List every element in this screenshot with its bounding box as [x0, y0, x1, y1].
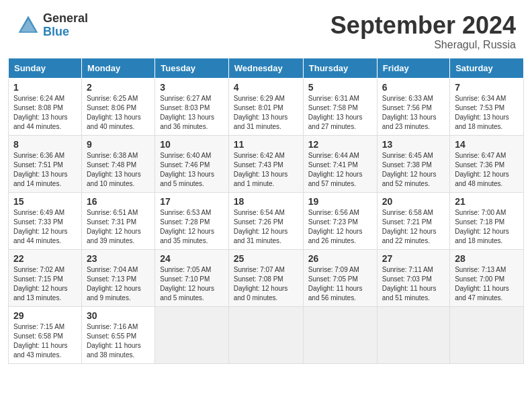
day-info: Sunrise: 6:29 AMSunset: 8:01 PMDaylight:…	[234, 94, 298, 132]
day-cell: 27Sunrise: 7:11 AMSunset: 7:03 PMDayligh…	[377, 249, 449, 306]
day-cell: 25Sunrise: 7:07 AMSunset: 7:08 PMDayligh…	[228, 249, 303, 306]
day-number: 4	[234, 82, 298, 93]
day-number: 22	[13, 253, 77, 264]
logo-general: General	[43, 12, 88, 26]
day-cell: 20Sunrise: 6:58 AMSunset: 7:21 PMDayligh…	[377, 192, 449, 249]
day-cell: 29Sunrise: 7:15 AMSunset: 6:58 PMDayligh…	[9, 306, 82, 363]
weekday-header-row: SundayMondayTuesdayWednesdayThursdayFrid…	[9, 58, 524, 78]
day-info: Sunrise: 7:09 AMSunset: 7:05 PMDaylight:…	[308, 265, 372, 303]
logo: General Blue	[16, 12, 88, 39]
day-info: Sunrise: 6:47 AMSunset: 7:36 PMDaylight:…	[455, 151, 519, 189]
weekday-header-monday: Monday	[82, 58, 155, 78]
day-cell: 18Sunrise: 6:54 AMSunset: 7:26 PMDayligh…	[228, 192, 303, 249]
day-number: 5	[308, 82, 372, 93]
weekday-header-sunday: Sunday	[9, 58, 82, 78]
weekday-header-friday: Friday	[377, 58, 449, 78]
day-info: Sunrise: 7:07 AMSunset: 7:08 PMDaylight:…	[234, 265, 298, 303]
day-number: 13	[382, 139, 445, 150]
day-info: Sunrise: 6:38 AMSunset: 7:48 PMDaylight:…	[87, 151, 150, 189]
day-number: 14	[455, 139, 519, 150]
day-cell	[303, 306, 377, 363]
day-number: 23	[87, 253, 150, 264]
weekday-header-tuesday: Tuesday	[155, 58, 228, 78]
logo-text: General Blue	[43, 12, 88, 39]
day-number: 19	[308, 196, 372, 207]
week-row-3: 15Sunrise: 6:49 AMSunset: 7:33 PMDayligh…	[9, 192, 524, 249]
week-row-1: 1Sunrise: 6:24 AMSunset: 8:08 PMDaylight…	[9, 78, 524, 135]
day-number: 27	[382, 253, 445, 264]
day-cell: 5Sunrise: 6:31 AMSunset: 7:58 PMDaylight…	[303, 78, 377, 135]
week-row-5: 29Sunrise: 7:15 AMSunset: 6:58 PMDayligh…	[9, 306, 524, 363]
day-cell: 19Sunrise: 6:56 AMSunset: 7:23 PMDayligh…	[303, 192, 377, 249]
day-info: Sunrise: 6:33 AMSunset: 7:56 PMDaylight:…	[382, 94, 445, 132]
day-info: Sunrise: 7:05 AMSunset: 7:10 PMDaylight:…	[160, 265, 223, 303]
day-info: Sunrise: 6:44 AMSunset: 7:41 PMDaylight:…	[308, 151, 372, 189]
day-number: 30	[87, 310, 150, 321]
day-cell: 3Sunrise: 6:27 AMSunset: 8:03 PMDaylight…	[155, 78, 228, 135]
day-cell: 10Sunrise: 6:40 AMSunset: 7:46 PMDayligh…	[155, 135, 228, 192]
day-info: Sunrise: 6:40 AMSunset: 7:46 PMDaylight:…	[160, 151, 223, 189]
day-number: 25	[234, 253, 298, 264]
day-cell: 15Sunrise: 6:49 AMSunset: 7:33 PMDayligh…	[9, 192, 82, 249]
day-cell	[228, 306, 303, 363]
day-cell	[155, 306, 228, 363]
month-title: September 2024	[330, 12, 516, 39]
day-cell: 1Sunrise: 6:24 AMSunset: 8:08 PMDaylight…	[9, 78, 82, 135]
day-number: 29	[13, 310, 77, 321]
day-number: 10	[160, 139, 223, 150]
day-info: Sunrise: 6:25 AMSunset: 8:06 PMDaylight:…	[87, 94, 150, 132]
day-number: 26	[308, 253, 372, 264]
day-number: 11	[234, 139, 298, 150]
day-cell: 22Sunrise: 7:02 AMSunset: 7:15 PMDayligh…	[9, 249, 82, 306]
logo-icon	[16, 13, 40, 38]
day-info: Sunrise: 6:54 AMSunset: 7:26 PMDaylight:…	[234, 208, 298, 246]
day-cell	[450, 306, 524, 363]
day-number: 24	[160, 253, 223, 264]
day-cell: 9Sunrise: 6:38 AMSunset: 7:48 PMDaylight…	[82, 135, 155, 192]
day-cell: 23Sunrise: 7:04 AMSunset: 7:13 PMDayligh…	[82, 249, 155, 306]
day-number: 18	[234, 196, 298, 207]
day-info: Sunrise: 7:02 AMSunset: 7:15 PMDaylight:…	[13, 265, 77, 303]
day-cell: 4Sunrise: 6:29 AMSunset: 8:01 PMDaylight…	[228, 78, 303, 135]
day-cell: 17Sunrise: 6:53 AMSunset: 7:28 PMDayligh…	[155, 192, 228, 249]
day-number: 15	[13, 196, 77, 207]
day-number: 6	[382, 82, 445, 93]
day-number: 17	[160, 196, 223, 207]
day-info: Sunrise: 6:27 AMSunset: 8:03 PMDaylight:…	[160, 94, 223, 132]
day-number: 28	[455, 253, 519, 264]
day-info: Sunrise: 6:42 AMSunset: 7:43 PMDaylight:…	[234, 151, 298, 189]
day-number: 9	[87, 139, 150, 150]
day-number: 7	[455, 82, 519, 93]
title-block: September 2024 Sheragul, Russia	[330, 12, 516, 51]
day-cell: 8Sunrise: 6:36 AMSunset: 7:51 PMDaylight…	[9, 135, 82, 192]
weekday-header-wednesday: Wednesday	[228, 58, 303, 78]
day-info: Sunrise: 6:34 AMSunset: 7:53 PMDaylight:…	[455, 94, 519, 132]
day-number: 1	[13, 82, 77, 93]
weekday-header-thursday: Thursday	[303, 58, 377, 78]
week-row-4: 22Sunrise: 7:02 AMSunset: 7:15 PMDayligh…	[9, 249, 524, 306]
day-info: Sunrise: 6:31 AMSunset: 7:58 PMDaylight:…	[308, 94, 372, 132]
day-number: 2	[87, 82, 150, 93]
day-info: Sunrise: 6:45 AMSunset: 7:38 PMDaylight:…	[382, 151, 445, 189]
day-info: Sunrise: 6:56 AMSunset: 7:23 PMDaylight:…	[308, 208, 372, 246]
day-number: 12	[308, 139, 372, 150]
day-cell: 30Sunrise: 7:16 AMSunset: 6:55 PMDayligh…	[82, 306, 155, 363]
day-number: 20	[382, 196, 445, 207]
day-info: Sunrise: 6:58 AMSunset: 7:21 PMDaylight:…	[382, 208, 445, 246]
day-cell: 11Sunrise: 6:42 AMSunset: 7:43 PMDayligh…	[228, 135, 303, 192]
day-info: Sunrise: 7:04 AMSunset: 7:13 PMDaylight:…	[87, 265, 150, 303]
day-info: Sunrise: 6:51 AMSunset: 7:31 PMDaylight:…	[87, 208, 150, 246]
day-info: Sunrise: 6:36 AMSunset: 7:51 PMDaylight:…	[13, 151, 77, 189]
day-info: Sunrise: 6:49 AMSunset: 7:33 PMDaylight:…	[13, 208, 77, 246]
day-cell: 12Sunrise: 6:44 AMSunset: 7:41 PMDayligh…	[303, 135, 377, 192]
day-cell: 16Sunrise: 6:51 AMSunset: 7:31 PMDayligh…	[82, 192, 155, 249]
day-cell: 7Sunrise: 6:34 AMSunset: 7:53 PMDaylight…	[450, 78, 524, 135]
calendar-wrapper: SundayMondayTuesdayWednesdayThursdayFrid…	[0, 58, 532, 372]
location: Sheragul, Russia	[330, 39, 516, 51]
day-info: Sunrise: 7:11 AMSunset: 7:03 PMDaylight:…	[382, 265, 445, 303]
day-info: Sunrise: 7:00 AMSunset: 7:18 PMDaylight:…	[455, 208, 519, 246]
page-header: General Blue September 2024 Sheragul, Ru…	[0, 0, 532, 58]
day-info: Sunrise: 7:15 AMSunset: 6:58 PMDaylight:…	[13, 322, 77, 360]
day-cell: 14Sunrise: 6:47 AMSunset: 7:36 PMDayligh…	[450, 135, 524, 192]
day-cell: 13Sunrise: 6:45 AMSunset: 7:38 PMDayligh…	[377, 135, 449, 192]
